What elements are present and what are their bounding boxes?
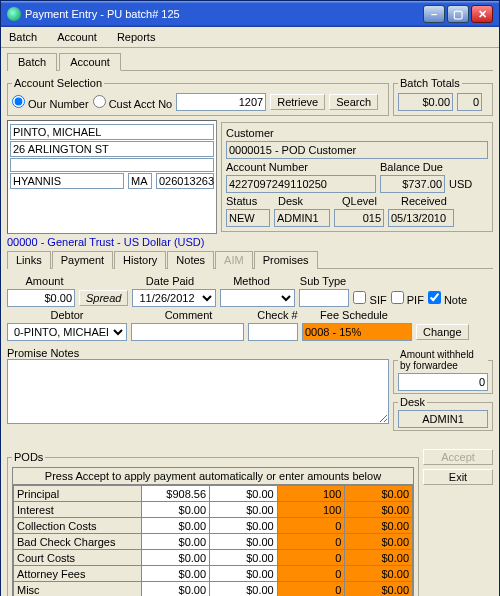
- accept-button: Accept: [423, 449, 493, 465]
- subtab-payment[interactable]: Payment: [52, 251, 113, 269]
- pod-c3[interactable]: 100: [277, 486, 345, 502]
- pod-c2[interactable]: $0.00: [210, 518, 278, 534]
- amount-label: Amount: [7, 275, 82, 287]
- pod-label: Attorney Fees: [14, 566, 142, 582]
- pod-c4[interactable]: $0.00: [345, 486, 413, 502]
- pod-c1: $0.00: [142, 566, 210, 582]
- debtor-city: HYANNIS: [10, 173, 124, 189]
- pod-c1: $908.56: [142, 486, 210, 502]
- main-tabs: Batch Account: [7, 52, 493, 71]
- pod-label: Interest: [14, 502, 142, 518]
- pod-c3[interactable]: 0: [277, 518, 345, 534]
- pod-c3[interactable]: 0: [277, 550, 345, 566]
- debtor-select[interactable]: 0-PINTO, MICHAEL: [7, 323, 127, 341]
- amount-input[interactable]: [7, 289, 75, 307]
- pod-c2[interactable]: $0.00: [210, 534, 278, 550]
- status-value: [226, 209, 270, 227]
- withheld-input[interactable]: [398, 373, 488, 391]
- pod-c4[interactable]: $0.00: [345, 534, 413, 550]
- exit-button[interactable]: Exit: [423, 469, 493, 485]
- sif-check[interactable]: SIF: [353, 291, 386, 306]
- desk-group-value: [398, 410, 488, 428]
- customer-label: Customer: [226, 127, 274, 139]
- pod-c3[interactable]: 0: [277, 582, 345, 597]
- debtor-zip: 026013263: [156, 173, 214, 189]
- pod-c2[interactable]: $0.00: [210, 566, 278, 582]
- spread-button[interactable]: Spread: [79, 290, 128, 306]
- pod-c2[interactable]: $0.00: [210, 582, 278, 597]
- feeschedule-value: [302, 323, 412, 341]
- promise-notes-input[interactable]: [7, 359, 389, 424]
- menu-reports[interactable]: Reports: [113, 29, 160, 45]
- debtor-name: PINTO, MICHAEL: [10, 124, 214, 140]
- customer-value: [226, 141, 488, 159]
- balance-label: Balance Due: [380, 161, 443, 173]
- pod-row: Attorney Fees $0.00 $0.00 0 $0.00: [14, 566, 413, 582]
- pod-c2[interactable]: $0.00: [210, 502, 278, 518]
- subtype-input[interactable]: [299, 289, 349, 307]
- pod-label: Bad Check Charges: [14, 534, 142, 550]
- pod-label: Court Costs: [14, 550, 142, 566]
- received-value: [388, 209, 454, 227]
- our-number-radio[interactable]: Our Number: [12, 95, 89, 110]
- batch-totals-count: [457, 93, 482, 111]
- cust-acct-radio[interactable]: Cust Acct No: [93, 95, 173, 110]
- maximize-button[interactable]: ▢: [447, 5, 469, 23]
- subtab-aim: AIM: [215, 251, 253, 269]
- pod-c2[interactable]: $0.00: [210, 486, 278, 502]
- subtab-notes[interactable]: Notes: [167, 251, 214, 269]
- accountnum-value: [226, 175, 376, 193]
- menu-batch[interactable]: Batch: [5, 29, 41, 45]
- note-check[interactable]: Note: [428, 291, 467, 306]
- pods-header: Press Accept to apply payment automatica…: [13, 468, 413, 485]
- account-number-input[interactable]: [176, 93, 266, 111]
- pod-row: Collection Costs $0.00 $0.00 0 $0.00: [14, 518, 413, 534]
- customer-info-group: Customer Account Number Balance Due USD …: [221, 122, 493, 232]
- subtab-history[interactable]: History: [114, 251, 166, 269]
- menu-account[interactable]: Account: [53, 29, 101, 45]
- comment-label: Comment: [131, 309, 246, 321]
- pod-c3[interactable]: 0: [277, 534, 345, 550]
- debtor-state: MA: [128, 173, 152, 189]
- titlebar: Payment Entry - PU batch# 125 – ▢ ✕: [1, 1, 499, 27]
- subtab-promises[interactable]: Promises: [254, 251, 318, 269]
- pod-c3[interactable]: 100: [277, 502, 345, 518]
- change-button[interactable]: Change: [416, 324, 469, 340]
- datepaid-select[interactable]: 11/26/2012: [132, 289, 216, 307]
- retrieve-button[interactable]: Retrieve: [270, 94, 325, 110]
- withheld-group: Amount withheld by forwardee: [393, 349, 493, 394]
- pod-c1: $0.00: [142, 550, 210, 566]
- pod-row: Principal $908.56 $0.00 100 $0.00: [14, 486, 413, 502]
- subtab-links[interactable]: Links: [7, 251, 51, 269]
- desk-group: Desk: [393, 396, 493, 431]
- method-select[interactable]: [220, 289, 295, 307]
- batch-totals-amount: [398, 93, 453, 111]
- pod-c4[interactable]: $0.00: [345, 550, 413, 566]
- debtor-street: 26 ARLINGTON ST: [10, 141, 214, 157]
- received-label: Received: [401, 195, 447, 207]
- check-input[interactable]: [248, 323, 298, 341]
- pod-label: Collection Costs: [14, 518, 142, 534]
- close-button[interactable]: ✕: [471, 5, 493, 23]
- pod-c3[interactable]: 0: [277, 566, 345, 582]
- account-selection-group: Account Selection Our Number Cust Acct N…: [7, 77, 389, 116]
- pod-c4[interactable]: $0.00: [345, 518, 413, 534]
- menubar: Batch Account Reports: [1, 27, 499, 48]
- trust-link[interactable]: 00000 - General Trust - US Dollar (USD): [7, 236, 493, 248]
- pod-c4[interactable]: $0.00: [345, 502, 413, 518]
- status-label: Status: [226, 195, 274, 207]
- search-button[interactable]: Search: [329, 94, 378, 110]
- batch-totals-group: Batch Totals: [393, 77, 493, 116]
- debtor-line3: [10, 158, 214, 172]
- pif-check[interactable]: PIF: [391, 291, 424, 306]
- pods-legend: PODs: [12, 451, 45, 463]
- pod-c4[interactable]: $0.00: [345, 582, 413, 597]
- method-label: Method: [214, 275, 289, 287]
- comment-input[interactable]: [131, 323, 244, 341]
- pod-c4[interactable]: $0.00: [345, 566, 413, 582]
- feeschedule-label: Fee Schedule: [309, 309, 399, 321]
- minimize-button[interactable]: –: [423, 5, 445, 23]
- pod-c2[interactable]: $0.00: [210, 550, 278, 566]
- tab-account[interactable]: Account: [59, 53, 121, 71]
- tab-batch[interactable]: Batch: [7, 53, 57, 71]
